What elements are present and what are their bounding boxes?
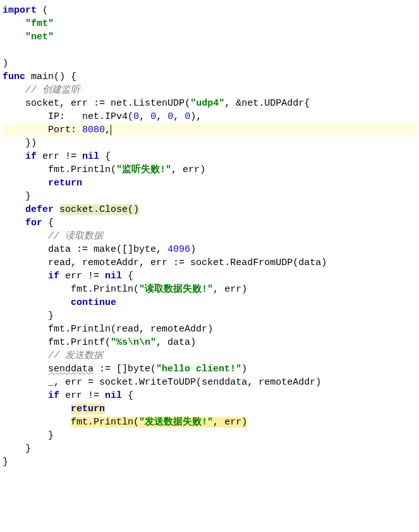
code-line: "net" (3, 32, 54, 42)
identifier: err (71, 98, 88, 109)
keyword-nil: nil (105, 271, 122, 281)
string-literal: "udp4" (190, 98, 224, 109)
func-name-main: main (31, 71, 54, 82)
keyword-return: return (71, 404, 105, 414)
code-line-highlighted: Port: 8080, (3, 123, 416, 137)
highlight-unreachable: fmt.Println("发送数据失败!", err) (71, 417, 247, 428)
identifier: data (167, 337, 190, 348)
string-literal: "监听失败!" (116, 164, 171, 175)
code-line: fmt.Printf("%s\n\n", data) (3, 337, 196, 348)
identifier: socket (25, 98, 59, 109)
code-line: } (3, 457, 8, 467)
code-line: defer socket.Close() (3, 204, 139, 215)
identifier: socket (190, 257, 224, 268)
identifier: err (65, 377, 82, 388)
keyword-return: return (48, 178, 82, 189)
code-line: // 创建监听 (3, 85, 80, 96)
identifier: Println (71, 164, 111, 175)
identifier: Println (71, 324, 111, 335)
code-line: } (3, 311, 54, 321)
keyword-func: func (3, 71, 25, 82)
code-line: if err != nil { (3, 390, 133, 401)
string-literal: "发送数据失败!" (139, 417, 213, 428)
identifier: data (48, 244, 71, 255)
string-literal: "读取数据失败!" (139, 284, 213, 295)
identifier: UDPAddr (264, 98, 304, 109)
code-line: return (3, 404, 105, 414)
paren-close: ) (3, 58, 8, 69)
code-line: IP: net.IPv4(0, 0, 0, 0), (3, 111, 202, 122)
identifier: fmt (71, 284, 88, 295)
identifier: read (48, 257, 71, 268)
code-line: if err != nil { (3, 151, 111, 162)
highlight-block: socket.Close() (59, 204, 139, 215)
code-line: } (3, 430, 54, 441)
identifier: IPv4 (105, 111, 128, 122)
identifier: Println (94, 417, 133, 428)
keyword-nil: nil (82, 151, 99, 162)
text-cursor (111, 125, 111, 135)
code-line: fmt.Println("读取数据失败!", err) (3, 284, 247, 295)
keyword-if: if (48, 271, 59, 281)
identifier: byte (133, 244, 156, 255)
keyword-if: if (25, 151, 37, 162)
identifier-wavy: senddata (48, 364, 94, 374)
identifier: Close (99, 204, 128, 215)
identifier: ReadFromUDP (230, 257, 293, 268)
keyword-nil: nil (105, 390, 122, 401)
code-line: }) (3, 138, 37, 149)
code-line: return (3, 178, 82, 189)
identifier: Port (48, 125, 71, 135)
identifier: err (150, 257, 167, 268)
identifier: ListenUDP (133, 98, 185, 109)
code-line: fmt.Println("发送数据失败!", err) (3, 417, 247, 428)
keyword-if: if (48, 390, 59, 401)
identifier: err (183, 164, 200, 175)
code-line: if err != nil { (3, 271, 133, 281)
identifier: err (65, 390, 82, 401)
number: 4096 (167, 244, 190, 255)
number: 8080 (82, 125, 105, 135)
identifier: remoteAddr (82, 257, 139, 268)
code-line: // 发送数据 (3, 350, 103, 361)
identifier: socket (99, 377, 133, 388)
comment: // 读取数据 (48, 231, 103, 242)
identifier: WriteToUDP (139, 377, 196, 388)
identifier: IP (48, 111, 59, 122)
string-literal: "net" (25, 32, 54, 42)
code-line: // 读取数据 (3, 231, 103, 242)
keyword-continue: continue (71, 297, 116, 308)
keyword-for: for (25, 218, 42, 228)
code-line: } (3, 443, 31, 454)
code-line: continue (3, 297, 116, 308)
number: 0 (150, 111, 156, 122)
identifier: fmt (48, 164, 65, 175)
code-block: import ( "fmt" "net" ) func main() { // … (0, 0, 419, 473)
code-line: fmt.Println(read, remoteAddr) (3, 324, 213, 335)
identifier: socket (59, 204, 94, 215)
identifier: remoteAddr (150, 324, 207, 335)
identifier: Printf (71, 337, 105, 348)
code-line: func main() { (3, 71, 76, 82)
identifier: fmt (48, 337, 65, 348)
string-literal: "hello client!" (156, 364, 241, 374)
comment: // 发送数据 (48, 350, 103, 361)
code-line: read, remoteAddr, err := socket.ReadFrom… (3, 257, 327, 268)
identifier: err (224, 284, 241, 295)
identifier: senddata (202, 377, 247, 388)
identifier: fmt (48, 324, 65, 335)
keyword-defer: defer (25, 204, 54, 215)
code-line: senddata := []byte("hello client!") (3, 364, 247, 374)
code-line: import ( (3, 5, 48, 16)
code-line: fmt.Println("监听失败!", err) (3, 164, 205, 175)
identifier: err (224, 417, 241, 428)
identifier: err (65, 271, 82, 281)
identifier: net (82, 111, 99, 122)
identifier: fmt (71, 417, 88, 428)
code-line: for { (3, 218, 54, 228)
code-line: ) (3, 58, 8, 69)
code-line: _, err = socket.WriteToUDP(senddata, rem… (3, 377, 321, 388)
code-line: data := make([]byte, 4096) (3, 244, 196, 255)
code-line: "fmt" (3, 18, 54, 29)
identifier: Println (94, 284, 133, 295)
